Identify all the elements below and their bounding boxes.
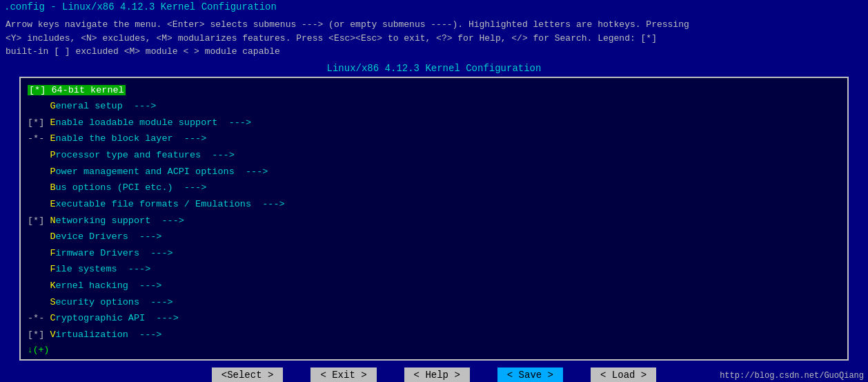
menu-item-0[interactable]: [*] 64-bit kernel [28,82,840,99]
exit-button[interactable]: < Exit > [310,367,376,383]
footer: http://blog.csdn.net/GuoQiang [720,371,864,381]
info-line3: built-in [ ] excluded <M> module < > mod… [6,45,862,59]
menu-item-3[interactable]: -*- Enable the block layer ---> [28,131,840,147]
save-button[interactable]: < Save > [497,367,563,383]
menu-box: [*] 64-bit kernel General setup --->[*] … [19,77,849,361]
menu-item-14[interactable]: -*- Cryptographic API ---> [28,310,840,327]
menu-item-7[interactable]: Executable file formats / Emulations ---… [28,196,840,213]
help-button[interactable]: < Help > [404,367,470,383]
menu-item-8[interactable]: [*] Networking support ---> [28,213,840,229]
menu-item-15[interactable]: [*] Virtualization ---> [28,327,840,343]
footer-text: http://blog.csdn.net/GuoQiang [720,371,864,381]
load-button[interactable]: < Load > [591,367,656,383]
select-button[interactable]: <Select > [212,367,284,383]
menu-items: [*] 64-bit kernel General setup --->[*] … [28,82,840,343]
menu-item-11[interactable]: File systems ---> [28,261,840,278]
menu-item-2[interactable]: [*] Enable loadable module support ---> [28,115,840,131]
menu-item-5[interactable]: Power management and ACPI options ---> [28,164,840,180]
menu-item-9[interactable]: Device Drivers ---> [28,229,840,245]
title-bar: .config - Linux/x86 4.12.3 Kernel Config… [0,0,868,14]
info-text: Arrow keys navigate the menu. <Enter> se… [6,17,862,63]
menu-item-4[interactable]: Processor type and features ---> [28,147,840,164]
menu-title: Linux/x86 4.12.3 Kernel Configuration [6,63,862,74]
menu-item-1[interactable]: General setup ---> [28,98,840,115]
menu-item-13[interactable]: Security options ---> [28,294,840,311]
title-bar-text: .config - Linux/x86 4.12.3 Kernel Config… [4,1,277,12]
main-container: Arrow keys navigate the menu. <Enter> se… [0,14,868,361]
scroll-indicator: ↓(+) [28,345,840,355]
info-line1: Arrow keys navigate the menu. <Enter> se… [6,18,862,32]
menu-item-10[interactable]: Firmware Drivers ---> [28,245,840,262]
menu-item-6[interactable]: Bus options (PCI etc.) ---> [28,180,840,196]
info-line2: <Y> includes, <N> excludes, <M> modulari… [6,32,862,46]
menu-item-12[interactable]: Kernel hacking ---> [28,278,840,294]
